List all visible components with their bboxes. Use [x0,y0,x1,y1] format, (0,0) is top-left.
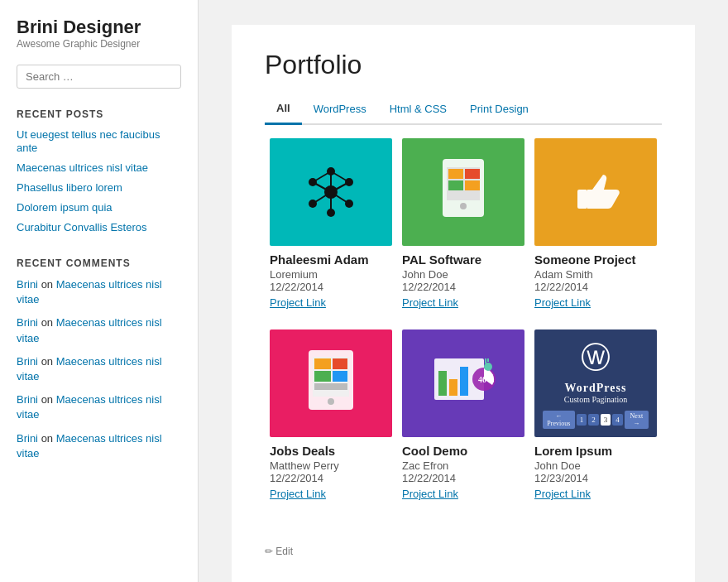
svg-rect-33 [449,379,457,396]
svg-point-37 [484,363,492,371]
search-input[interactable] [17,65,181,89]
portfolio-thumb [270,329,392,437]
sidebar: Brini Designer Awesome Graphic Designer … [0,0,199,582]
recent-comments-list: Brini on Maecenas ultrices nisl vitaeBri… [17,277,181,461]
svg-rect-29 [314,383,347,390]
content-box: Portfolio AllWordPressHtml & CSSPrint De… [232,25,695,582]
svg-rect-17 [448,169,463,179]
portfolio-item-author: John Doe [534,459,657,472]
svg-rect-28 [333,371,347,382]
portfolio-project-link[interactable]: Project Link [402,488,458,500]
list-item: Ut euegest tellus nec faucibus ante [17,128,181,155]
portfolio-project-link[interactable]: Project Link [270,296,326,309]
comment-author[interactable]: Brini [17,393,38,406]
edit-anchor[interactable]: ✏ Edit [265,546,293,557]
filter-tabs: AllWordPressHtml & CSSPrint Design [265,97,662,125]
comment-author[interactable]: Brini [17,278,38,291]
filter-tab[interactable]: Print Design [458,97,540,123]
page-title: Portfolio [265,50,662,80]
recent-post-link[interactable]: Ut euegest tellus nec faucibus ante [17,128,160,154]
site-title: Brini Designer [17,17,181,38]
portfolio-item-date: 12/23/2014 [534,472,657,484]
recent-posts-label: Recent Posts [17,108,181,120]
comment-post-link[interactable]: Maecenas ultrices nisl vitae [17,393,162,421]
portfolio-project-link[interactable]: Project Link [270,488,326,500]
portfolio-item-title: Someone Project [534,253,657,267]
svg-text:40%: 40% [478,375,495,384]
portfolio-thumb: 40% [402,329,524,437]
svg-rect-20 [465,180,480,190]
portfolio-item-author: Loremium [270,268,392,281]
svg-rect-27 [314,371,331,382]
filter-tab[interactable]: WordPress [302,97,378,123]
comment-author[interactable]: Brini [17,316,38,329]
svg-rect-25 [314,358,331,369]
portfolio-item-title: Phaleesmi Adam [270,253,392,267]
portfolio-project-link[interactable]: Project Link [534,488,591,500]
portfolio-item: Jobs DealsMatthew Perry12/22/2014Project… [265,329,397,521]
portfolio-item-title: Lorem Ipsum [534,444,657,458]
portfolio-item-title: PAL Software [402,253,524,267]
portfolio-project-link[interactable]: Project Link [402,296,458,309]
filter-tab[interactable]: All [265,97,302,125]
recent-comments-label: Recent Comments [17,257,181,269]
comment-post-link[interactable]: Maecenas ultrices nisl vitae [17,355,162,382]
list-item: Dolorem ipsum quia [17,201,181,214]
portfolio-item-date: 12/22/2014 [534,281,657,293]
portfolio-item-author: Adam Smith [534,268,657,281]
portfolio-item: PAL SoftwareJohn Doe12/22/2014Project Li… [397,138,529,329]
list-item: Curabitur Convallis Esteros [17,221,181,234]
svg-rect-22 [577,190,587,209]
portfolio-item: Phaleesmi AdamLoremium12/22/2014Project … [265,138,397,329]
portfolio-item-author: Matthew Perry [270,459,392,472]
list-item: Brini on Maecenas ultrices nisl vitae [17,277,181,307]
portfolio-item-date: 12/22/2014 [270,472,392,484]
svg-point-30 [328,398,334,405]
portfolio-grid: Phaleesmi AdamLoremium12/22/2014Project … [265,138,662,521]
portfolio-item-date: 12/22/2014 [402,472,524,484]
portfolio-item-date: 12/22/2014 [402,281,524,293]
list-item: Phasellus libero lorem [17,181,181,195]
svg-point-21 [460,203,467,209]
svg-rect-26 [333,358,347,369]
comment-post-link[interactable]: Maecenas ultrices nisl vitae [17,316,162,344]
portfolio-thumb [402,138,524,246]
portfolio-item: 40% Cool DemoZac Efron12/22/2014Project … [397,329,529,521]
portfolio-item: ⓦ WordPress Custom Pagination ← Previous… [529,329,662,521]
portfolio-item-title: Jobs Deals [270,444,392,458]
recent-post-link[interactable]: Curabitur Convallis Esteros [17,221,147,233]
svg-rect-32 [438,371,447,396]
portfolio-item-title: Cool Demo [402,444,524,458]
portfolio-project-link[interactable]: Project Link [534,296,591,309]
portfolio-item-author: John Doe [402,268,524,281]
recent-posts-list: Ut euegest tellus nec faucibus anteMaece… [17,128,181,234]
portfolio-thumb [534,138,657,246]
svg-rect-34 [460,367,468,396]
filter-tab[interactable]: Html & CSS [378,97,458,123]
comment-author[interactable]: Brini [17,432,38,445]
comment-author[interactable]: Brini [17,355,38,368]
svg-rect-19 [448,180,463,190]
recent-post-link[interactable]: Phasellus libero lorem [17,181,122,194]
list-item: Maecenas ultrices nisl vitae [17,161,181,175]
portfolio-item: Someone ProjectAdam Smith12/22/2014Proje… [529,138,662,329]
comment-post-link[interactable]: Maecenas ultrices nisl vitae [17,432,162,459]
list-item: Brini on Maecenas ultrices nisl vitae [17,392,181,422]
portfolio-item-author: Zac Efron [402,459,524,472]
svg-line-13 [313,171,331,182]
list-item: Brini on Maecenas ultrices nisl vitae [17,315,181,345]
portfolio-item-date: 12/22/2014 [270,281,392,293]
svg-line-14 [331,171,349,182]
comment-post-link[interactable]: Maecenas ultrices nisl vitae [17,278,162,305]
list-item: Brini on Maecenas ultrices nisl vitae [17,354,181,384]
portfolio-thumb: ⓦ WordPress Custom Pagination ← Previous… [534,329,657,437]
site-subtitle: Awesome Graphic Designer [17,38,181,50]
portfolio-thumb [270,138,392,246]
main-content: Portfolio AllWordPressHtml & CSSPrint De… [199,0,728,582]
edit-link[interactable]: ✏ Edit [265,546,662,557]
recent-post-link[interactable]: Maecenas ultrices nisl vitae [17,161,148,174]
list-item: Brini on Maecenas ultrices nisl vitae [17,431,181,461]
recent-post-link[interactable]: Dolorem ipsum quia [17,201,113,214]
svg-rect-18 [465,169,480,179]
